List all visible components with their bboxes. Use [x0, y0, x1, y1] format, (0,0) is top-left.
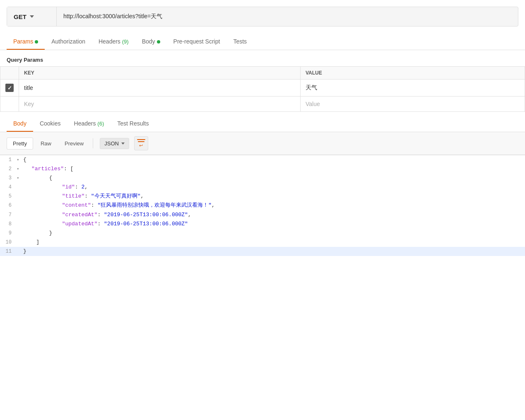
line-num-7: 7 — [0, 211, 17, 219]
line-content-4: "id": 2, — [23, 183, 525, 192]
line-content-5: "title": "今天天气可真好啊", — [23, 192, 525, 201]
param-row-2: Key Value — [0, 97, 525, 112]
json-line-8: 8 "updatedAt": "2019-06-25T13:00:06.000Z… — [0, 220, 525, 229]
tab-headers[interactable]: Headers (9) — [92, 33, 135, 50]
checkbox-checked-icon[interactable] — [5, 84, 14, 92]
params-table: KEY VALUE title 天气 Key Value — [0, 66, 525, 112]
tab-tests[interactable]: Tests — [226, 33, 253, 50]
wrap-line-2 — [138, 141, 144, 142]
line-num-1: 1 — [0, 156, 17, 164]
method-selector[interactable]: GET — [7, 7, 57, 26]
line-toggle-1[interactable]: ▾ — [17, 156, 23, 164]
json-line-10: 10 ] — [0, 238, 525, 247]
toolbar-divider — [93, 138, 93, 148]
param-key-2[interactable]: Key — [19, 97, 301, 112]
line-content-6: "content": "狂风暴雨特别凉快哦，欢迎每年来武汉看海！", — [23, 201, 525, 210]
raw-button[interactable]: Raw — [35, 138, 57, 149]
param-row-1: title 天气 — [0, 80, 525, 97]
line-toggle-9 — [17, 229, 23, 237]
line-toggle-2[interactable]: ▾ — [17, 165, 23, 173]
response-tab-headers[interactable]: Headers (6) — [67, 115, 111, 132]
url-input[interactable] — [57, 13, 518, 20]
line-toggle-10 — [17, 239, 23, 246]
line-content-7: "createdAt": "2019-06-25T13:00:06.000Z", — [23, 210, 525, 220]
col-checkbox-header — [0, 67, 19, 80]
method-chevron-icon — [30, 15, 34, 18]
json-line-11: 11 } — [0, 247, 525, 256]
line-num-4: 4 — [0, 183, 17, 191]
json-line-7: 7 "createdAt": "2019-06-25T13:00:06.000Z… — [0, 210, 525, 220]
json-line-4: 4 "id": 2, — [0, 183, 525, 192]
json-viewer: 1 ▾ { 2 ▾ "articles": [ 3 ▾ { 4 "id": 2,… — [0, 155, 525, 256]
line-num-2: 2 — [0, 165, 17, 173]
line-toggle-6 — [17, 202, 23, 210]
line-num-8: 8 — [0, 220, 17, 228]
params-dot — [35, 40, 38, 43]
line-num-3: 3 — [0, 174, 17, 182]
preview-button[interactable]: Preview — [59, 138, 89, 149]
param-value-2[interactable]: Value — [301, 97, 525, 112]
line-content-8: "updatedAt": "2019-06-25T13:00:06.000Z" — [23, 220, 525, 229]
json-viewer-container: 1 ▾ { 2 ▾ "articles": [ 3 ▾ { 4 "id": 2,… — [0, 155, 525, 256]
url-bar: GET — [7, 7, 518, 27]
line-content-3: { — [23, 174, 525, 183]
response-tab-cookies[interactable]: Cookies — [33, 115, 67, 132]
line-toggle-11 — [17, 248, 23, 256]
col-key-header: KEY — [19, 67, 301, 80]
wrap-button[interactable]: ↩ — [134, 136, 148, 150]
line-num-10: 10 — [0, 238, 17, 246]
tab-params[interactable]: Params — [7, 33, 45, 50]
response-tab-test-results[interactable]: Test Results — [111, 115, 155, 132]
param-checkbox-1[interactable] — [0, 80, 19, 97]
response-tabs: Body Cookies Headers (6) Test Results — [0, 115, 525, 132]
json-line-3: 3 ▾ { — [0, 174, 525, 183]
request-tabs: Params Authorization Headers (9) Body Pr… — [0, 33, 525, 50]
line-num-9: 9 — [0, 229, 17, 237]
pretty-button[interactable]: Pretty — [7, 138, 33, 150]
line-content-11: } — [23, 247, 525, 256]
line-toggle-5 — [17, 193, 23, 200]
line-content-2: "articles": [ — [23, 164, 525, 174]
body-dot — [157, 40, 160, 43]
col-value-header: VALUE — [301, 67, 525, 80]
line-toggle-3[interactable]: ▾ — [17, 174, 23, 182]
line-toggle-8 — [17, 220, 23, 228]
param-key-1[interactable]: title — [19, 80, 301, 97]
json-format-select[interactable]: JSON — [100, 138, 129, 149]
line-toggle-4 — [17, 183, 23, 191]
line-content-10: ] — [23, 238, 525, 247]
query-params-title: Query Params — [0, 50, 525, 66]
wrap-arrow-icon: ↩ — [139, 143, 143, 148]
line-num-6: 6 — [0, 201, 17, 210]
line-num-5: 5 — [0, 192, 17, 200]
line-content-9: } — [23, 229, 525, 238]
json-line-5: 5 "title": "今天天气可真好啊", — [0, 192, 525, 201]
json-line-1: 1 ▾ { — [0, 155, 525, 164]
json-select-chevron-icon — [121, 142, 125, 145]
method-label: GET — [14, 13, 26, 20]
response-tab-body[interactable]: Body — [7, 115, 33, 132]
line-num-11: 11 — [0, 247, 17, 256]
tab-pre-request-script[interactable]: Pre-request Script — [167, 33, 227, 50]
line-toggle-7 — [17, 211, 23, 219]
wrap-line-1 — [137, 139, 145, 140]
param-value-1[interactable]: 天气 — [301, 80, 525, 97]
param-checkbox-2[interactable] — [0, 97, 19, 112]
line-content-1: { — [23, 155, 525, 164]
tab-authorization[interactable]: Authorization — [45, 33, 92, 50]
json-line-9: 9 } — [0, 229, 525, 238]
json-line-6: 6 "content": "狂风暴雨特别凉快哦，欢迎每年来武汉看海！", — [0, 201, 525, 210]
json-line-2: 2 ▾ "articles": [ — [0, 164, 525, 174]
tab-body[interactable]: Body — [135, 33, 167, 50]
format-toolbar: Pretty Raw Preview JSON ↩ — [0, 132, 525, 155]
